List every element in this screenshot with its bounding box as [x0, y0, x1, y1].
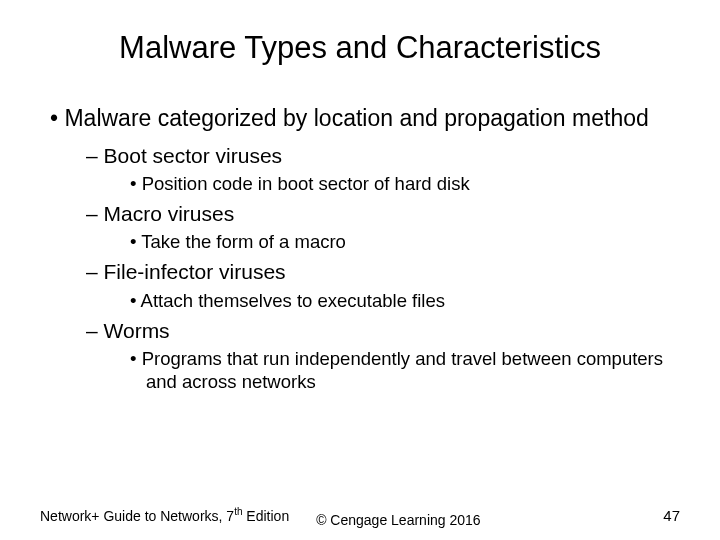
bullet-detail-file-infector: Attach themselves to executable files: [130, 289, 680, 312]
bullet-sub-worms: Worms: [86, 318, 680, 343]
footer-page-number: 47: [663, 507, 680, 524]
bullet-sub-boot-sector: Boot sector viruses: [86, 143, 680, 168]
bullet-sub-file-infector: File-infector viruses: [86, 259, 680, 284]
slide-footer: Network+ Guide to Networks, 7th Edition …: [40, 506, 680, 524]
slide-title: Malware Types and Characteristics: [40, 30, 680, 66]
footer-left-prefix: Network+ Guide to Networks, 7: [40, 508, 234, 524]
bullet-sub-macro: Macro viruses: [86, 201, 680, 226]
slide-content: Malware categorized by location and prop…: [40, 104, 680, 393]
footer-left-tail: Edition: [242, 508, 289, 524]
bullet-detail-worms: Programs that run independently and trav…: [130, 347, 680, 393]
bullet-detail-boot-sector: Position code in boot sector of hard dis…: [130, 172, 680, 195]
footer-copyright: © Cengage Learning 2016: [316, 512, 480, 528]
bullet-main: Malware categorized by location and prop…: [50, 104, 680, 133]
footer-book-title: Network+ Guide to Networks, 7th Edition: [40, 506, 289, 524]
bullet-detail-macro: Take the form of a macro: [130, 230, 680, 253]
slide-container: Malware Types and Characteristics Malwar…: [0, 0, 720, 540]
